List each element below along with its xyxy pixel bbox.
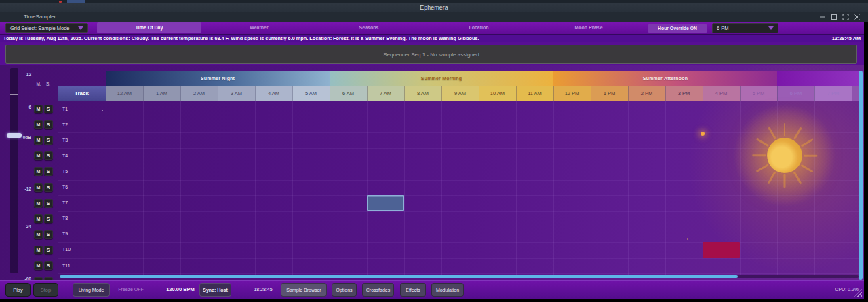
tab-time-of-day[interactable]: Time Of Day <box>97 22 201 33</box>
solo-button-t4[interactable]: S <box>44 151 53 160</box>
season-band-summer-afternoon: Summer Afternoon <box>553 71 777 86</box>
grid-horizontal-line <box>58 148 859 149</box>
hour-header-6-pm[interactable]: 6 PM <box>777 86 814 101</box>
hour-override-button[interactable]: Hour Override ON <box>648 24 707 33</box>
solo-button-t1[interactable]: S <box>44 105 53 113</box>
track-label-t2[interactable]: T2 <box>62 122 96 127</box>
mute-button-t5[interactable]: M <box>34 167 43 176</box>
hour-header-6-am[interactable]: 6 AM <box>330 86 367 101</box>
mute-button-t11[interactable]: M <box>34 261 43 270</box>
sample-browser-button[interactable]: Sample Browser <box>281 283 327 297</box>
fullscreen-button[interactable] <box>841 13 850 21</box>
track-label-t10[interactable]: T10 <box>62 247 96 252</box>
volume-fader-track[interactable] <box>10 68 18 273</box>
solo-button-t10[interactable]: S <box>44 246 53 254</box>
solo-button-t11[interactable]: S <box>44 261 53 270</box>
plugin-name-label: TimeSampler <box>24 12 56 22</box>
sample-cell-t10[interactable] <box>703 242 740 258</box>
track-label-t5[interactable]: T5 <box>62 169 96 174</box>
solo-button-t9[interactable]: S <box>44 230 53 239</box>
window-title: Ephemera <box>420 4 448 11</box>
track-label-t6[interactable]: T6 <box>62 185 96 189</box>
minimize-button[interactable] <box>818 13 827 21</box>
sun-ray <box>752 155 766 157</box>
living-mode-button[interactable]: Living Mode <box>73 283 110 297</box>
solo-button-t6[interactable]: S <box>44 183 53 192</box>
grid-vertical-line <box>777 101 778 275</box>
fader-scale-label: -24 <box>0 224 31 229</box>
hour-header-10-am[interactable]: 10 AM <box>479 86 516 101</box>
hour-header-11-am[interactable]: 11 AM <box>516 86 553 101</box>
close-button[interactable] <box>852 13 862 21</box>
hour-header-4-am[interactable]: 4 AM <box>255 86 292 101</box>
freeze-status-label: Freeze OFF <box>114 283 148 297</box>
solo-button-t7[interactable]: S <box>44 199 53 208</box>
vertical-scrollbar-thumb[interactable] <box>859 71 863 280</box>
hour-header-3-am[interactable]: 3 AM <box>218 86 255 101</box>
mute-button-t10[interactable]: M <box>34 246 43 254</box>
track-label-t8[interactable]: T8 <box>62 216 96 221</box>
grid-speck <box>102 110 103 111</box>
sync-mode-button[interactable]: Sync: Host <box>199 283 231 297</box>
hour-header-5-am[interactable]: 5 AM <box>292 86 330 101</box>
hour-select-dropdown[interactable]: 6 PM <box>712 23 778 33</box>
crossfades-button[interactable]: Crossfades <box>362 283 394 297</box>
grid-vertical-line <box>740 101 741 275</box>
grid-vertical-line <box>143 101 144 275</box>
horizontal-scrollbar-thumb[interactable] <box>60 275 738 278</box>
maximize-button[interactable] <box>829 13 839 21</box>
hour-header-5-pm[interactable]: 5 PM <box>740 86 777 101</box>
stop-button[interactable]: Stop <box>33 283 58 297</box>
effects-button[interactable]: Effects <box>400 283 426 297</box>
mute-button-t6[interactable]: M <box>34 183 43 192</box>
maximize-icon <box>831 14 837 20</box>
solo-button-t5[interactable]: S <box>44 167 53 176</box>
modulation-button[interactable]: Modulation <box>431 283 464 297</box>
mute-button-t2[interactable]: M <box>34 120 43 129</box>
track-label-t3[interactable]: T3 <box>62 138 96 143</box>
tab-weather[interactable]: Weather <box>207 22 311 33</box>
hour-header-8-am[interactable]: 8 AM <box>404 86 441 101</box>
grid-vertical-line <box>292 101 293 275</box>
track-label-t7[interactable]: T7 <box>62 200 96 205</box>
tab-moon-phase[interactable]: Moon Phase <box>536 22 641 33</box>
sequencer-grid-area: M. S. Track Summer NightSummer MorningSu… <box>0 65 864 280</box>
selected-cell-t7[interactable] <box>367 195 404 211</box>
hour-header-2-am[interactable]: 2 AM <box>180 86 218 101</box>
track-label-t9[interactable]: T9 <box>62 231 96 236</box>
hour-header-7-am[interactable]: 7 AM <box>367 86 404 101</box>
sun-ray <box>801 138 814 147</box>
hour-header-3-pm[interactable]: 3 PM <box>665 86 703 101</box>
track-label-t4[interactable]: T4 <box>62 153 96 158</box>
track-label-t1[interactable]: T1 <box>62 107 96 111</box>
solo-button-t8[interactable]: S <box>44 214 53 223</box>
hour-header-4-pm[interactable]: 4 PM <box>703 86 740 101</box>
sun-ray <box>784 174 786 188</box>
mute-button-t9[interactable]: M <box>34 230 43 239</box>
bpm-display[interactable]: 120.00 BPM <box>159 283 202 297</box>
hour-header-7-pm[interactable]: 7 PM <box>814 86 852 101</box>
options-button[interactable]: Options <box>332 283 357 297</box>
grid-select-dropdown[interactable]: Grid Select: Sample Mode <box>5 23 88 33</box>
tab-location[interactable]: Location <box>427 22 531 33</box>
hour-header-1-am[interactable]: 1 AM <box>143 86 180 101</box>
hour-header-1-pm[interactable]: 1 PM <box>591 86 628 101</box>
hour-header-12-pm[interactable]: 12 PM <box>553 86 591 101</box>
solo-button-t3[interactable]: S <box>44 136 53 145</box>
mute-button-t7[interactable]: M <box>34 199 43 208</box>
mute-button-t8[interactable]: M <box>34 214 43 223</box>
solo-button-t2[interactable]: S <box>44 120 53 129</box>
mute-button-t4[interactable]: M <box>34 151 43 160</box>
mute-button-t1[interactable]: M <box>34 105 43 113</box>
hour-header-12-am[interactable]: 12 AM <box>106 86 143 101</box>
sun-ray <box>784 123 786 136</box>
mute-button-t3[interactable]: M <box>34 136 43 145</box>
tab-seasons[interactable]: Seasons <box>317 22 421 33</box>
track-label-t11[interactable]: T11 <box>62 263 96 268</box>
fader-scale-label: -12 <box>0 187 31 191</box>
grid-vertical-line <box>628 101 629 275</box>
hour-header-2-pm[interactable]: 2 PM <box>628 86 665 101</box>
hour-header-9-am[interactable]: 9 AM <box>441 86 479 101</box>
play-button[interactable]: Play <box>5 283 31 297</box>
grid-horizontal-line <box>58 273 859 274</box>
